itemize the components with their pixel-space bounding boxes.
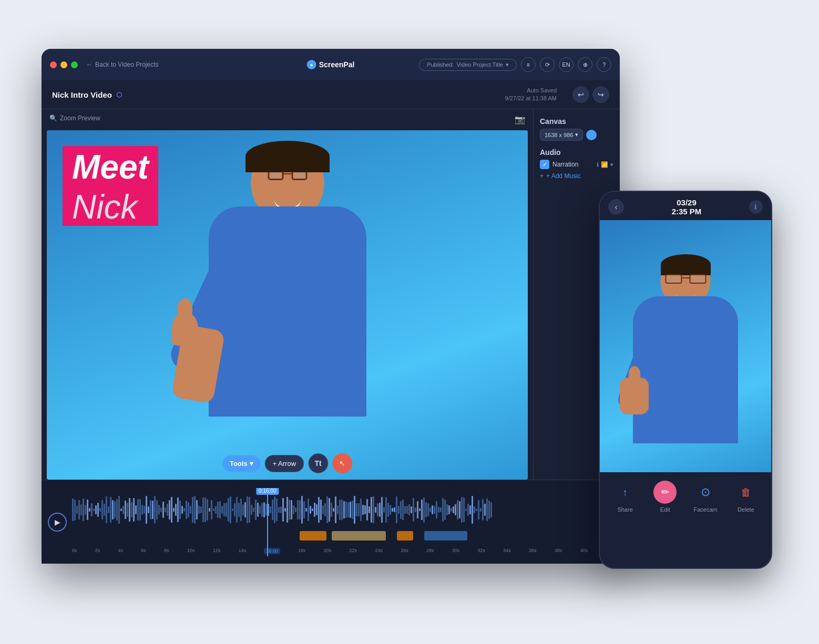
meet-text: Meet	[72, 148, 149, 186]
cursor-tool-button[interactable]: ↖	[332, 453, 352, 473]
add-arrow-button[interactable]: + Arrow	[265, 455, 304, 472]
meet-box: Meet	[63, 146, 158, 188]
waveform	[72, 494, 613, 526]
narration-more-icon[interactable]: ▾	[610, 161, 613, 168]
clip-orange-2[interactable]	[397, 531, 413, 541]
thumb-up	[178, 298, 192, 318]
publish-button[interactable]: Published: Video Project Title ▾	[419, 59, 517, 71]
text-tool-button[interactable]: Tt	[308, 453, 328, 473]
history-icon-button[interactable]: ⟳	[540, 57, 555, 72]
phone-header: ‹ 03/29 2:35 PM ℹ	[600, 192, 771, 220]
add-music-plus-icon: +	[540, 172, 544, 180]
narration-icons: ℹ 📶 ▾	[597, 161, 613, 168]
phone-back-button[interactable]: ‹	[608, 199, 624, 215]
time-label-7: 14s	[238, 548, 246, 554]
logo-icon: ●	[307, 60, 316, 69]
phone-edit-action[interactable]: ✏ Edit	[653, 481, 677, 513]
canvas-section: Canvas 1638 x 986 ▾	[540, 117, 613, 141]
narration-bars-icon[interactable]: 📶	[601, 161, 608, 168]
phone-person-hand	[620, 378, 649, 414]
delete-label: Delete	[738, 506, 754, 513]
facecam-label: Facecam	[693, 506, 717, 513]
screenpal-logo: ● ScreenPal	[307, 60, 355, 69]
clip-orange-1[interactable]	[300, 531, 327, 541]
undo-button[interactable]: ↩	[572, 86, 589, 103]
time-label-16: 32s	[478, 548, 486, 554]
phone-delete-action[interactable]: 🗑 Delete	[734, 481, 757, 513]
phone-person-glasses	[665, 274, 706, 284]
time-label-15: 30s	[452, 548, 460, 554]
tools-chevron-icon: ▾	[250, 460, 253, 468]
time-label-2: 4s	[118, 548, 124, 554]
playhead[interactable]: 0:16:00	[267, 488, 268, 556]
phone-info-button[interactable]: ℹ	[749, 200, 763, 214]
narration-info-icon[interactable]: ℹ	[597, 161, 599, 168]
canvas-size-button[interactable]: 1638 x 986 ▾	[540, 129, 583, 141]
canvas-color-indicator[interactable]	[586, 130, 597, 140]
published-label: Published:	[427, 61, 454, 68]
video-area: 🔍 Zoom Preview 📷 Meet Nick	[42, 109, 533, 480]
time-label-13: 26s	[401, 548, 408, 554]
canvas-section-title: Canvas	[540, 117, 613, 126]
canvas-size-label: 1638 x 986	[545, 132, 573, 138]
narration-checkbox[interactable]: ✓	[540, 160, 549, 169]
phone-date: 03/29	[672, 198, 702, 207]
narration-row: ✓ Narration ℹ 📶 ▾	[540, 160, 613, 169]
edit-title-icon[interactable]: ⬡	[116, 91, 122, 99]
clips-row	[72, 531, 613, 542]
screenshot-button[interactable]: 📷	[515, 115, 525, 124]
time-label-12: 24s	[375, 548, 383, 554]
text-label: Tt	[314, 459, 321, 468]
menu-icon-button[interactable]: ≡	[521, 57, 536, 72]
timeline: ▶	[42, 480, 620, 564]
app-name-label: ScreenPal	[319, 60, 355, 69]
minimize-button[interactable]	[60, 61, 67, 68]
phone-thumb-up	[629, 366, 640, 382]
facecam-icon: ⊙	[694, 481, 717, 504]
timeline-controls: ▶	[42, 480, 620, 564]
phone-facecam-action[interactable]: ⊙ Facecam	[693, 481, 717, 513]
add-music-button[interactable]: + + Add Music	[540, 172, 613, 180]
close-button[interactable]	[50, 61, 57, 68]
back-label: Back to Video Projects	[95, 61, 159, 68]
phone-glasses-bridge	[681, 277, 690, 278]
project-title: Nick Intro Video ⬡	[52, 90, 122, 99]
time-label-17: 34s	[503, 548, 511, 554]
phone-glasses-left	[665, 274, 682, 284]
help-icon-button[interactable]: ?	[597, 57, 611, 72]
phone-time: 2:35 PM	[672, 207, 702, 216]
chevron-down-icon: ▾	[506, 61, 509, 68]
phone-person	[612, 252, 759, 472]
share-icon: ↑	[613, 481, 637, 504]
delete-icon: 🗑	[734, 481, 757, 504]
timeline-track[interactable]: 0:16:00 0s 2s 4s 6s 8s 10s 12s 14s 16:00…	[72, 488, 613, 556]
clip-blue[interactable]	[424, 531, 467, 541]
arrow-label: + Arrow	[273, 460, 296, 468]
video-person	[156, 143, 419, 480]
time-label-9: 18s	[298, 548, 306, 554]
auto-saved-info: Auto Saved 9/27/22 at 11:38 AM	[505, 87, 557, 103]
tools-button[interactable]: Tools ▾	[222, 455, 261, 472]
time-label-20: 40s	[580, 548, 588, 554]
phone-video-preview	[600, 220, 771, 472]
narration-label: Narration	[552, 161, 578, 168]
auto-saved-label: Auto Saved	[505, 87, 557, 95]
layers-icon-button[interactable]: ⊕	[578, 57, 592, 72]
back-to-projects-button[interactable]: ← Back to Video Projects	[86, 61, 159, 68]
edit-label: Edit	[660, 506, 670, 513]
zoom-preview-bar: 🔍 Zoom Preview	[49, 115, 100, 122]
maximize-button[interactable]	[71, 61, 78, 68]
language-icon-button[interactable]: EN	[559, 57, 574, 72]
phone-share-action[interactable]: ↑ Share	[613, 481, 637, 513]
header-right: Published: Video Project Title ▾ ≡ ⟳ EN …	[419, 57, 611, 72]
clip-tan[interactable]	[332, 531, 386, 541]
redo-button[interactable]: ↪	[592, 86, 609, 103]
person-thumb	[172, 311, 198, 346]
play-icon: ▶	[55, 518, 60, 526]
share-label: Share	[617, 506, 632, 513]
project-title-text: Nick Intro Video	[52, 90, 112, 99]
phone-device: ‹ 03/29 2:35 PM ℹ	[599, 191, 772, 569]
play-button[interactable]: ▶	[48, 513, 67, 532]
video-background: Meet Nick	[47, 130, 528, 480]
cursor-icon: ↖	[339, 459, 345, 468]
